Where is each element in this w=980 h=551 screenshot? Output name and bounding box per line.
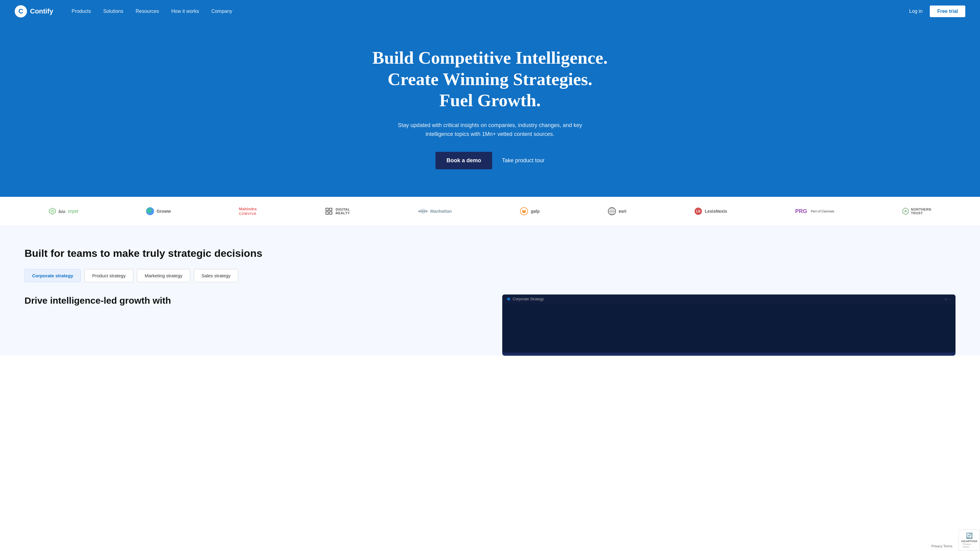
bar-dot bbox=[507, 297, 510, 301]
hero-buttons: Book a demo Take product tour bbox=[6, 152, 974, 169]
svg-rect-6 bbox=[329, 212, 332, 214]
content-right: Corporate Strategy ≡ ··· bbox=[502, 294, 956, 356]
nav-link-how-it-works[interactable]: How it works bbox=[171, 9, 199, 14]
svg-rect-4 bbox=[329, 208, 332, 211]
navbar: C Contify Products Solutions Resources H… bbox=[0, 0, 980, 23]
logo-prg: PRG Part of Clarivate bbox=[795, 208, 835, 214]
content-right-controls: ≡ ··· bbox=[945, 297, 951, 301]
content-right-label: Corporate Strategy bbox=[513, 297, 544, 301]
tab-marketing-strategy[interactable]: Marketing strategy bbox=[137, 269, 190, 282]
nav-link-solutions[interactable]: Solutions bbox=[103, 9, 123, 14]
free-trial-button[interactable]: Free trial bbox=[930, 5, 965, 17]
galp-icon bbox=[520, 207, 528, 216]
esri-icon bbox=[608, 207, 616, 216]
logo-esri: esri bbox=[608, 207, 626, 216]
hero-title-line3: Fuel Growth. bbox=[439, 90, 541, 110]
hero-section: Build Competitive Intelligence. Create W… bbox=[0, 23, 980, 197]
strategy-tabs: Corporate strategy Product strategy Mark… bbox=[24, 269, 956, 282]
nav-actions: Log in Free trial bbox=[909, 5, 965, 17]
galp-label: galp bbox=[531, 209, 539, 214]
logo-text: Contify bbox=[30, 7, 53, 15]
logo-mahindra: MahindraCOMVIVA bbox=[239, 206, 257, 216]
esri-label: esri bbox=[619, 209, 626, 214]
logo-icon: C bbox=[15, 5, 27, 17]
svg-point-2 bbox=[146, 207, 154, 215]
svg-text:LN: LN bbox=[697, 210, 700, 213]
prg-label: PRG bbox=[795, 208, 807, 214]
digital-realty-label: DIGITALREALTY bbox=[336, 208, 350, 215]
logo-lexisnexis: LN LexisNexis bbox=[694, 207, 727, 215]
hero-title-line1: Build Competitive Intelligence. bbox=[372, 48, 608, 68]
biocryst-icon bbox=[49, 208, 56, 215]
tab-corporate-strategy[interactable]: Corporate strategy bbox=[24, 269, 81, 282]
mahindra-label: MahindraCOMVIVA bbox=[239, 206, 257, 216]
product-tour-button[interactable]: Take product tour bbox=[502, 157, 544, 164]
content-left: Drive intelligence-led growth with bbox=[24, 294, 478, 306]
logo-galp: galp bbox=[520, 207, 539, 216]
logo-biocryst: biocryst bbox=[49, 208, 78, 215]
login-link[interactable]: Log in bbox=[909, 9, 923, 14]
content-right-body bbox=[502, 304, 956, 353]
biocryst-label: bio bbox=[59, 209, 65, 214]
tab-sales-strategy[interactable]: Sales strategy bbox=[194, 269, 238, 282]
logos-strip: biocryst Groww MahindraCOMVIVA DIGITALRE… bbox=[0, 197, 980, 226]
content-drive-title: Drive intelligence-led growth with bbox=[24, 294, 478, 306]
svg-rect-3 bbox=[326, 208, 328, 211]
svg-rect-5 bbox=[326, 212, 328, 214]
content-right-bar: Corporate Strategy ≡ ··· bbox=[502, 294, 956, 304]
groww-label: Groww bbox=[156, 209, 171, 214]
logo-northern-trust: NORTHERNTRUST bbox=[902, 208, 931, 215]
lexisnexis-icon: LN bbox=[694, 207, 702, 215]
northern-trust-label: NORTHERNTRUST bbox=[911, 208, 931, 215]
section-teams-title: Built for teams to make truly strategic … bbox=[24, 247, 956, 259]
logo-manhattan: Manhattan bbox=[418, 208, 452, 214]
manhattan-label: Manhattan bbox=[430, 209, 452, 214]
northern-trust-icon bbox=[902, 208, 908, 215]
logo-digital-realty: DIGITALREALTY bbox=[325, 207, 350, 216]
logo-groww: Groww bbox=[146, 207, 171, 215]
nav-link-company[interactable]: Company bbox=[211, 9, 232, 14]
logo-letter: C bbox=[18, 7, 23, 15]
section-teams: Built for teams to make truly strategic … bbox=[0, 226, 980, 356]
svg-point-15 bbox=[523, 209, 525, 211]
svg-point-23 bbox=[904, 210, 907, 213]
hero-title-line2: Create Winning Strategies. bbox=[388, 69, 593, 89]
logo[interactable]: C Contify bbox=[15, 5, 53, 17]
groww-icon bbox=[146, 207, 154, 215]
book-demo-button[interactable]: Book a demo bbox=[436, 152, 492, 169]
hero-subtitle: Stay updated with critical insights on c… bbox=[395, 121, 585, 139]
manhattan-icon bbox=[418, 208, 428, 214]
nav-link-products[interactable]: Products bbox=[72, 9, 91, 14]
nav-link-resources[interactable]: Resources bbox=[136, 9, 159, 14]
tab-product-strategy[interactable]: Product strategy bbox=[84, 269, 133, 282]
nav-links: Products Solutions Resources How it work… bbox=[72, 9, 909, 14]
svg-marker-1 bbox=[51, 210, 54, 213]
lexisnexis-label: LexisNexis bbox=[705, 209, 727, 214]
section-content: Drive intelligence-led growth with Corpo… bbox=[24, 294, 956, 356]
digital-realty-icon bbox=[325, 207, 333, 216]
hero-title: Build Competitive Intelligence. Create W… bbox=[6, 47, 974, 111]
